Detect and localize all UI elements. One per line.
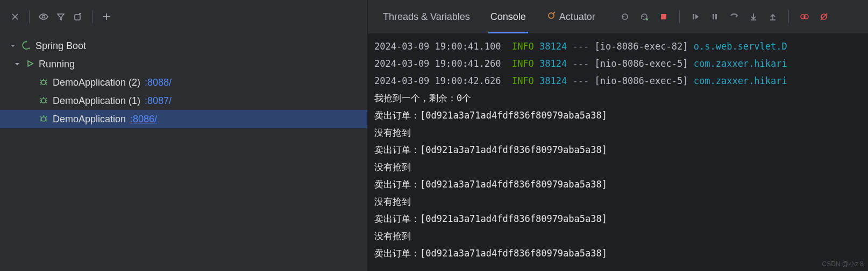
tab-console[interactable]: Console <box>483 0 533 33</box>
pause-icon[interactable] <box>707 9 723 25</box>
springboot-icon <box>22 40 31 52</box>
mute-breakpoints-icon[interactable] <box>816 9 832 25</box>
add-icon[interactable] <box>99 9 114 24</box>
tree-group-running[interactable]: Running <box>0 55 367 73</box>
stdout-line: 卖出订单：[0d921a3a71ad4fdf836f80979aba5a38] <box>374 179 607 190</box>
log-level: INFO <box>512 75 534 86</box>
log-timestamp: 2024-03-09 19:00:41.100 <box>374 41 501 52</box>
tab-threads-variables[interactable]: Threads & Variables <box>375 0 478 33</box>
bug-icon <box>39 114 48 125</box>
stdout-line: 卖出订单：[0d921a3a71ad4fdf836f80979aba5a38] <box>374 144 607 155</box>
stdout-line: 没有抢到 <box>374 196 411 207</box>
chevron-down-icon <box>9 41 17 50</box>
filter-icon[interactable] <box>53 9 68 24</box>
tree-group-label: Running <box>39 59 75 70</box>
svg-rect-8 <box>693 14 694 19</box>
log-thread: [nio-8086-exec-5] <box>595 58 688 69</box>
svg-point-4 <box>41 117 46 121</box>
app-name: DemoApplication <box>53 114 126 125</box>
app-name: DemoApplication (1) <box>53 95 140 107</box>
log-level: INFO <box>512 41 534 52</box>
log-pid: 38124 <box>539 58 567 69</box>
tree-app-item[interactable]: DemoApplication (1) :8087/ <box>0 92 367 110</box>
app-port: :8087/ <box>145 95 172 107</box>
stdout-line: 卖出订单：[0d921a3a71ad4fdf836f80979aba5a38] <box>374 110 607 121</box>
svg-point-2 <box>41 80 46 85</box>
console-output[interactable]: 2024-03-09 19:00:41.100 INFO 38124 --- [… <box>368 33 868 271</box>
add-tab-icon[interactable] <box>70 9 86 24</box>
log-timestamp: 2024-03-09 19:00:42.626 <box>374 75 501 86</box>
svg-point-3 <box>41 99 46 103</box>
tree-app-item[interactable]: DemoApplication :8086/ <box>0 110 367 128</box>
toolbar-divider <box>29 10 30 23</box>
tree-root-label: Spring Boot <box>35 40 86 52</box>
svg-point-6 <box>646 18 648 20</box>
svg-rect-10 <box>715 14 717 19</box>
left-toolbar <box>0 0 367 33</box>
tab-label: Actuator <box>559 11 595 23</box>
stop-icon[interactable] <box>656 9 672 25</box>
svg-rect-9 <box>713 14 714 19</box>
svg-point-0 <box>42 16 45 18</box>
view-breakpoints-icon[interactable] <box>796 9 813 25</box>
debug-toolbar <box>617 9 832 25</box>
watermark: CSDN @小z 8 <box>822 260 864 269</box>
tree-app-item[interactable]: DemoApplication (2) :8088/ <box>0 73 367 92</box>
tab-actuator[interactable]: Actuator <box>539 0 603 33</box>
toolbar-divider <box>92 10 93 23</box>
app-name: DemoApplication (2) <box>53 77 140 88</box>
step-out-icon[interactable] <box>765 9 781 25</box>
log-dash: --- <box>573 58 589 69</box>
actuator-icon <box>546 11 556 23</box>
play-icon <box>26 59 34 70</box>
app-port: :8086/ <box>130 114 157 125</box>
tab-label: Console <box>490 11 526 23</box>
log-class: com.zaxxer.hikari <box>694 75 787 86</box>
stdout-line: 没有抢到 <box>374 127 411 138</box>
stdout-line: 我抢到一个，剩余：0个 <box>374 93 471 103</box>
toolbar-divider <box>788 10 789 23</box>
log-thread: [nio-8086-exec-5] <box>595 75 688 86</box>
log-level: INFO <box>512 58 534 69</box>
run-configs-tree: Spring Boot Running DemoApplication (2) … <box>0 33 367 271</box>
log-pid: 38124 <box>539 41 567 52</box>
stdout-line: 卖出订单：[0d921a3a71ad4fdf836f80979aba5a38] <box>374 213 607 224</box>
svg-point-5 <box>549 13 554 18</box>
app-port: :8088/ <box>145 77 172 88</box>
chevron-down-icon <box>13 60 22 68</box>
log-timestamp: 2024-03-09 19:00:41.260 <box>374 58 501 69</box>
log-dash: --- <box>573 75 589 86</box>
tab-label: Threads & Variables <box>383 11 470 23</box>
stdout-line: 卖出订单：[0d921a3a71ad4fdf836f80979aba5a38] <box>374 248 607 259</box>
resume-icon[interactable] <box>687 9 703 25</box>
eye-icon[interactable] <box>36 9 51 24</box>
rerun-failed-icon[interactable] <box>636 9 652 25</box>
svg-rect-1 <box>75 15 80 20</box>
bug-icon <box>39 95 48 107</box>
log-pid: 38124 <box>539 75 567 86</box>
rerun-icon[interactable] <box>617 9 633 25</box>
log-class: o.s.web.servlet.D <box>694 41 787 52</box>
step-into-icon[interactable] <box>745 9 762 25</box>
step-over-icon[interactable] <box>726 9 742 25</box>
close-icon[interactable] <box>8 9 23 24</box>
log-dash: --- <box>573 41 589 52</box>
toolbar-divider <box>679 10 680 23</box>
tree-root-springboot[interactable]: Spring Boot <box>0 37 367 55</box>
stdout-line: 没有抢到 <box>374 231 411 241</box>
bug-icon <box>39 77 48 88</box>
debug-tabs: Threads & Variables Console Actuator <box>368 0 868 33</box>
svg-rect-7 <box>661 14 666 19</box>
stdout-line: 没有抢到 <box>374 162 411 172</box>
log-thread: [io-8086-exec-82] <box>595 41 688 52</box>
log-class: com.zaxxer.hikari <box>694 58 787 69</box>
